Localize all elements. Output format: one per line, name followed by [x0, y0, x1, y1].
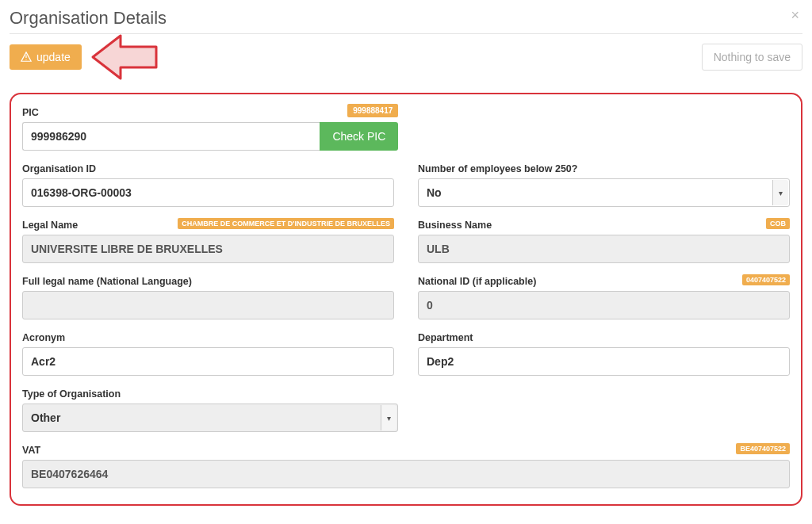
business-name-label: Business Name	[418, 220, 790, 231]
acronym-label: Acronym	[22, 332, 394, 343]
national-id-badge: 0407407522	[742, 274, 790, 285]
pointer-arrow-icon	[89, 29, 160, 85]
business-name-input	[418, 235, 790, 263]
vat-input	[22, 460, 790, 488]
employees-label: Number of employees below 250?	[418, 163, 790, 174]
full-legal-input	[22, 291, 394, 319]
page-title: Organisation Details	[10, 8, 167, 29]
pic-label: PIC	[22, 107, 398, 118]
pic-input[interactable]	[22, 122, 320, 151]
organisation-id-input[interactable]	[22, 178, 394, 207]
vat-label: VAT	[22, 445, 790, 456]
check-pic-button[interactable]: Check PIC	[320, 122, 398, 151]
national-id-input	[418, 291, 790, 319]
pic-valid-badge: 999888417	[347, 104, 398, 117]
employees-select[interactable]: No	[418, 178, 790, 207]
business-name-badge: COB	[766, 218, 790, 229]
warning-icon	[21, 52, 32, 63]
acronym-input[interactable]	[22, 347, 394, 376]
legal-name-badge: CHAMBRE DE COMMERCE ET D'INDUSTRIE DE BR…	[178, 218, 394, 229]
form-container: PIC 999888417 Check PIC Organisation ID …	[10, 93, 802, 506]
department-input[interactable]	[418, 347, 790, 376]
nothing-to-save-button: Nothing to save	[702, 44, 802, 71]
update-button-label: update	[36, 51, 71, 63]
header-row: Organisation Details ×	[10, 8, 802, 34]
close-icon[interactable]: ×	[787, 8, 802, 22]
action-row: update Nothing to save	[10, 44, 802, 71]
organisation-id-label: Organisation ID	[22, 163, 394, 174]
legal-name-input	[22, 235, 394, 263]
national-id-label: National ID (if applicable)	[418, 276, 790, 287]
full-legal-label: Full legal name (National Language)	[22, 276, 394, 287]
update-button[interactable]: update	[10, 44, 82, 70]
org-type-label: Type of Organisation	[22, 388, 398, 400]
vat-badge: BE407407522	[736, 443, 790, 454]
department-label: Department	[418, 332, 790, 343]
org-type-select[interactable]: Other	[22, 404, 398, 432]
